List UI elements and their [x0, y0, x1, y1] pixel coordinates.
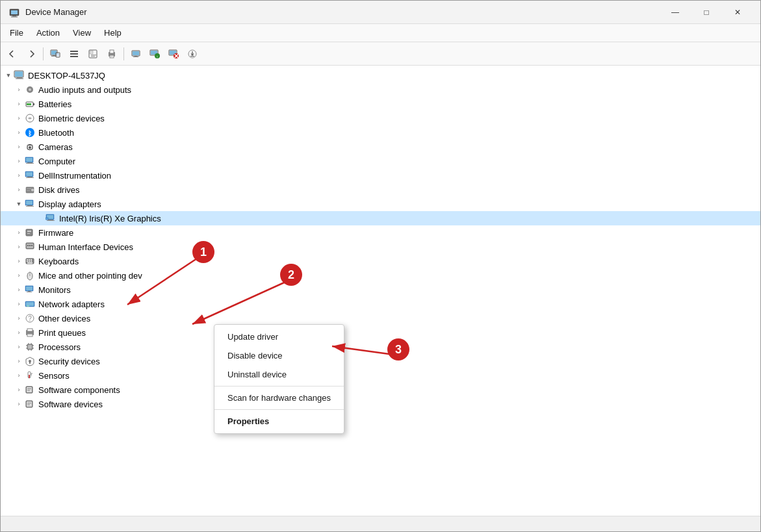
svg-rect-105	[28, 335, 32, 335]
expand-printqueues[interactable]: ›	[14, 327, 24, 338]
processors-icon	[24, 341, 36, 353]
tree-item-processors[interactable]: ›	[1, 340, 760, 354]
tree-item-printqueues[interactable]: › Print queues	[1, 325, 760, 340]
tree-item-other[interactable]: › ? Other devices	[1, 311, 760, 325]
svg-rect-125	[27, 390, 30, 391]
svg-text:✕: ✕	[174, 52, 179, 59]
tree-item-diskdrives[interactable]: › Disk drives	[1, 183, 760, 197]
tree-item-network[interactable]: › Network adapters	[1, 297, 760, 311]
tree-item-mice[interactable]: › Mice and other pointing dev	[1, 268, 760, 283]
tree-item-firmware[interactable]: › Firmware	[1, 225, 760, 240]
tree-item-bluetooth[interactable]: › ᛒ Bluetooth	[1, 125, 760, 140]
maximize-button[interactable]: □	[691, 2, 721, 23]
expand-computer[interactable]: ›	[14, 156, 24, 166]
expand-sensors[interactable]: ›	[14, 370, 24, 381]
expand-dellinst[interactable]: ›	[14, 170, 24, 181]
svg-rect-83	[29, 259, 30, 260]
info-button[interactable]	[84, 45, 102, 62]
diskdrives-icon	[24, 184, 36, 196]
tree-item-hid[interactable]: › Human Interface Devices	[1, 240, 760, 254]
tree-item-sensors[interactable]: › Sensors	[1, 368, 760, 383]
device-manager-window: Device Manager — □ ✕ File Action View He…	[0, 0, 761, 532]
download-button[interactable]	[183, 45, 201, 62]
expand-keyboards[interactable]: ›	[14, 256, 24, 266]
menu-action[interactable]: Action	[30, 25, 66, 40]
expand-cameras[interactable]: ›	[14, 142, 24, 152]
expand-swcomponents[interactable]: ›	[14, 385, 24, 395]
svg-rect-72	[45, 218, 48, 220]
forward-button[interactable]	[22, 45, 40, 62]
ctx-uninstall-device[interactable]: Uninstall device	[214, 365, 344, 384]
tree-item-audio[interactable]: › Audio inputs and outputs	[1, 82, 760, 97]
svg-rect-117	[29, 362, 31, 364]
expand-diskdrives[interactable]: ›	[14, 184, 24, 195]
tree-item-security[interactable]: › Security devices	[1, 354, 760, 368]
firmware-icon	[24, 227, 36, 238]
tree-item-swcomponents[interactable]: › Software components	[1, 383, 760, 397]
ctx-update-driver[interactable]: Update driver	[214, 327, 344, 346]
diskdrives-label: Disk drives	[38, 185, 80, 195]
tree-item-computer[interactable]: › Computer	[1, 154, 760, 168]
expand-other[interactable]: ›	[14, 313, 24, 323]
menu-view[interactable]: View	[66, 25, 97, 40]
tree-panel[interactable]: ▼ DESKTOP-4L537JQ	[1, 66, 760, 516]
svg-rect-73	[26, 229, 32, 236]
computer-view-button[interactable]	[46, 45, 64, 62]
tree-item-cameras[interactable]: › Cameras	[1, 140, 760, 154]
list-view-button[interactable]	[65, 45, 83, 62]
green-update-button[interactable]: ↑	[146, 45, 164, 62]
svg-rect-37	[15, 71, 23, 77]
tree-item-monitors[interactable]: › Monitors	[1, 283, 760, 297]
svg-rect-14	[90, 51, 93, 54]
tree-item-keyboards[interactable]: ›	[1, 254, 760, 268]
remove-button[interactable]: ✕	[164, 45, 183, 62]
svg-rect-57	[26, 172, 32, 176]
back-button[interactable]	[3, 45, 21, 62]
expand-network[interactable]: ›	[14, 299, 24, 309]
expand-processors[interactable]: ›	[14, 342, 24, 352]
monitors-label: Monitors	[38, 285, 71, 295]
expand-biometric[interactable]: ›	[14, 113, 24, 123]
expand-monitors[interactable]: ›	[14, 285, 24, 295]
menu-help[interactable]: Help	[97, 25, 128, 40]
tree-item-swdevices[interactable]: › Software devices	[1, 397, 760, 411]
tree-item-displayadapters[interactable]: ▼ Display adapters	[1, 197, 760, 211]
svg-rect-55	[26, 163, 34, 164]
svg-text:?: ?	[28, 315, 32, 322]
svg-rect-15	[91, 55, 96, 55]
expand-firmware[interactable]: ›	[14, 227, 24, 238]
svg-rect-93	[26, 286, 32, 290]
minimize-button[interactable]: —	[660, 2, 690, 23]
expand-swdevices[interactable]: ›	[14, 399, 24, 409]
expand-hid[interactable]: ›	[14, 242, 24, 252]
ctx-properties[interactable]: Properties	[214, 412, 344, 431]
tree-item-batteries[interactable]: › Batteries	[1, 97, 760, 111]
expand-bluetooth[interactable]: ›	[14, 127, 24, 138]
other-icon: ?	[24, 312, 36, 324]
ctx-scan-hardware[interactable]: Scan for hardware changes	[214, 388, 344, 407]
tree-item-biometric[interactable]: › Biometric devices	[1, 111, 760, 125]
bluetooth-icon: ᛒ	[24, 127, 36, 138]
print-button[interactable]	[103, 45, 121, 62]
status-bar	[1, 516, 760, 531]
svg-rect-74	[27, 231, 31, 232]
tree-root-item[interactable]: ▼ DESKTOP-4L537JQ	[1, 68, 760, 82]
menu-file[interactable]: File	[3, 25, 30, 40]
ctx-disable-device[interactable]: Disable device	[214, 346, 344, 365]
expand-batteries[interactable]: ›	[14, 99, 24, 109]
expand-mice[interactable]: ›	[14, 270, 24, 281]
expand-displayadapters[interactable]: ▼	[14, 199, 24, 209]
hid-label: Human Interface Devices	[38, 242, 133, 252]
svg-rect-2	[12, 16, 16, 17]
tree-item-dellinst[interactable]: › DellInstrumentation	[1, 168, 760, 183]
tree-item-intel-graphics[interactable]: › Intel(R) Iris(R) Xe Graphics	[1, 211, 760, 225]
expand-audio[interactable]: ›	[14, 84, 24, 95]
svg-rect-51	[29, 144, 31, 146]
close-button[interactable]: ✕	[723, 2, 753, 23]
expand-root[interactable]: ▼	[3, 70, 14, 81]
swdevices-icon	[24, 398, 36, 410]
monitor-button[interactable]	[127, 45, 145, 62]
keyboards-icon	[24, 255, 36, 267]
expand-security[interactable]: ›	[14, 356, 24, 366]
svg-point-61	[31, 189, 34, 192]
